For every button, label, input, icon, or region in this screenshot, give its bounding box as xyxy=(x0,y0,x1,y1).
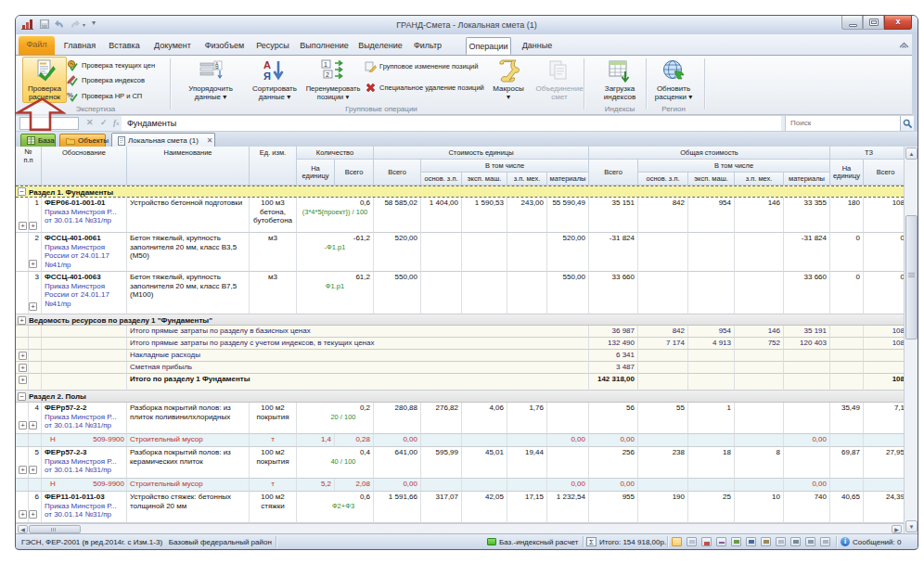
svg-text:Я: Я xyxy=(263,70,271,82)
svg-text:2: 2 xyxy=(326,71,329,78)
svg-text:1: 1 xyxy=(324,61,327,68)
svg-text:Я: Я xyxy=(215,65,219,70)
svg-text:%: % xyxy=(67,91,73,99)
svg-text:А: А xyxy=(263,59,271,70)
